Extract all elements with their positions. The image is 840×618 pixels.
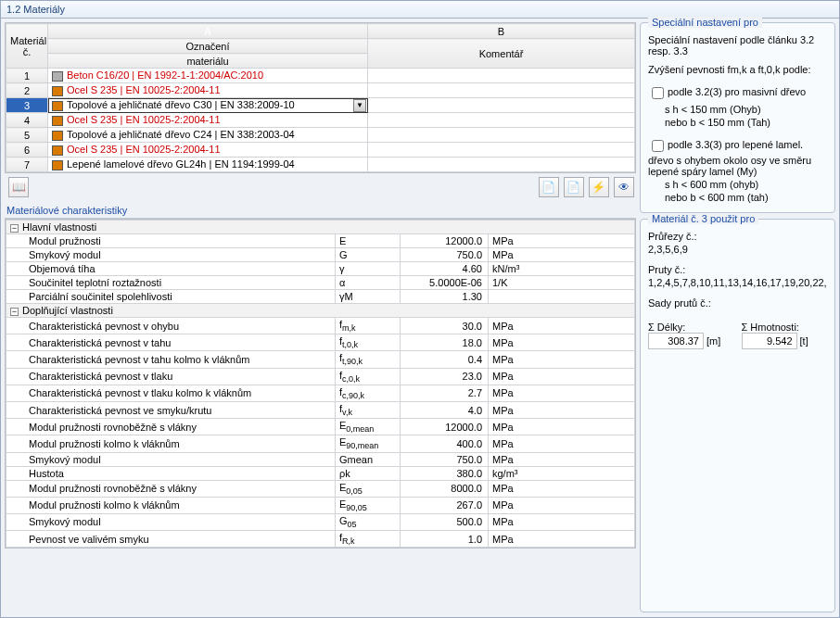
property-value[interactable]: 4.60 xyxy=(401,262,489,276)
content: Materiál č. A B Označení Komentář materi… xyxy=(1,19,839,616)
property-name: Charakteristická pevnost v tlaku xyxy=(6,368,336,385)
material-comment-cell[interactable] xyxy=(368,83,635,98)
row-number[interactable]: 6 xyxy=(6,143,48,158)
sum-weight-label: Σ Hmotnosti: xyxy=(742,322,828,333)
column-letter-a[interactable]: A xyxy=(48,24,368,39)
special-option1[interactable]: podle 3.2(3) pro masivní dřevo xyxy=(648,84,827,102)
collapse-toggle-icon[interactable]: − xyxy=(10,224,19,233)
property-value[interactable]: 4.0 xyxy=(401,401,489,418)
property-value[interactable]: 12000.0 xyxy=(401,234,489,248)
row-number[interactable]: 1 xyxy=(6,69,48,83)
property-row[interactable]: Modul pružnosti kolmo k vláknůmE90,05267… xyxy=(6,497,635,513)
property-value[interactable]: 5.0000E-06 xyxy=(401,276,489,290)
row-number[interactable]: 7 xyxy=(6,158,48,172)
material-name-cell[interactable]: Ocel S 235 | EN 10025-2:2004-11 xyxy=(48,83,368,98)
view-button[interactable]: 👁 xyxy=(614,177,634,197)
property-row[interactable]: Modul pružnosti rovnoběžně s vláknyE0,05… xyxy=(6,480,635,497)
material-comment-cell[interactable] xyxy=(368,128,635,143)
material-row[interactable]: 4Ocel S 235 | EN 10025-2:2004-11 xyxy=(6,113,635,128)
property-value[interactable]: 750.0 xyxy=(401,248,489,262)
property-value[interactable]: 267.0 xyxy=(401,497,489,513)
material-row[interactable]: 3Topolové a jehličnaté dřevo C30 | EN 33… xyxy=(6,98,635,113)
property-symbol: G xyxy=(336,248,401,262)
property-row[interactable]: Modul pružnostiE12000.0MPa xyxy=(6,234,635,248)
usage-members-label: Pruty č.: xyxy=(648,264,827,275)
characteristics-table[interactable]: −Hlavní vlastnostiModul pružnostiE12000.… xyxy=(5,219,636,549)
property-value[interactable]: 0.4 xyxy=(401,351,489,368)
property-row[interactable]: Hustotaρk380.0kg/m³ xyxy=(6,466,635,480)
material-dropdown-button[interactable]: ▼ xyxy=(353,99,366,112)
property-row[interactable]: Smykový modulGmean750.0MPa xyxy=(6,452,635,466)
material-row[interactable]: 5Topolové a jehličnaté dřevo C24 | EN 33… xyxy=(6,128,635,143)
select-button[interactable]: ⚡ xyxy=(589,177,609,197)
property-row[interactable]: Objemová tíhaγ4.60kN/m³ xyxy=(6,262,635,276)
property-symbol: α xyxy=(336,276,401,290)
property-symbol: ft,0,k xyxy=(336,334,401,351)
column-letter-b[interactable]: B xyxy=(368,24,635,39)
property-value[interactable]: 12000.0 xyxy=(401,419,489,435)
property-row[interactable]: Modul pružnosti kolmo k vláknůmE90,mean4… xyxy=(6,435,635,452)
material-comment-cell[interactable] xyxy=(368,158,635,172)
property-group[interactable]: −Doplňující vlastnosti xyxy=(6,304,635,318)
property-row[interactable]: Charakteristická pevnost ve smyku/krutuf… xyxy=(6,401,635,418)
property-row[interactable]: Smykový modulG750.0MPa xyxy=(6,248,635,262)
property-group[interactable]: −Hlavní vlastnosti xyxy=(6,221,635,234)
property-symbol: E90,mean xyxy=(336,435,401,452)
property-value[interactable]: 1.30 xyxy=(401,290,489,304)
property-value[interactable]: 400.0 xyxy=(401,435,489,452)
checkbox-solid-wood[interactable] xyxy=(652,87,664,99)
property-row[interactable]: Charakteristická pevnost v tahuft,0,k18.… xyxy=(6,334,635,351)
property-unit: MPa xyxy=(489,480,635,497)
row-number[interactable]: 2 xyxy=(6,83,48,98)
special-option2a: s h < 600 mm (ohyb) xyxy=(665,179,827,190)
material-name-cell[interactable]: Lepené lamelové dřevo GL24h | EN 1194:19… xyxy=(48,158,368,172)
material-name-cell[interactable]: Ocel S 235 | EN 10025-2:2004-11 xyxy=(48,113,368,128)
property-row[interactable]: Součinitel teplotní roztažnostiα5.0000E-… xyxy=(6,276,635,290)
material-name-cell[interactable]: Topolové a jehličnaté dřevo C30 | EN 338… xyxy=(48,98,368,113)
property-value[interactable]: 23.0 xyxy=(401,368,489,385)
special-option1b: nebo b < 150 mm (Tah) xyxy=(665,117,827,128)
property-symbol: Gmean xyxy=(336,452,401,466)
property-value[interactable]: 30.0 xyxy=(401,318,489,334)
property-value[interactable]: 500.0 xyxy=(401,513,489,530)
property-value[interactable]: 18.0 xyxy=(401,334,489,351)
property-row[interactable]: Parciální součinitel spolehlivostiγM1.30 xyxy=(6,290,635,304)
material-comment-cell[interactable] xyxy=(368,143,635,158)
material-row[interactable]: 6Ocel S 235 | EN 10025-2:2004-11 xyxy=(6,143,635,158)
export-green-button[interactable]: 📄 xyxy=(539,177,559,197)
row-number[interactable]: 3 xyxy=(6,98,48,113)
property-row[interactable]: Charakteristická pevnost v tlaku kolmo k… xyxy=(6,385,635,401)
library-button[interactable]: 📖 xyxy=(8,177,29,197)
material-row[interactable]: 2Ocel S 235 | EN 10025-2:2004-11 xyxy=(6,83,635,98)
material-name-cell[interactable]: Topolové a jehličnaté dřevo C24 | EN 338… xyxy=(48,128,368,143)
special-line1: Speciální nastavení podle článku 3.2 res… xyxy=(648,34,827,57)
material-label: Topolové a jehličnaté dřevo C24 | EN 338… xyxy=(67,129,295,140)
material-row[interactable]: 7Lepené lamelové dřevo GL24h | EN 1194:1… xyxy=(6,158,635,172)
property-value[interactable]: 2.7 xyxy=(401,385,489,401)
property-unit: MPa xyxy=(489,401,635,418)
material-name-cell[interactable]: Ocel S 235 | EN 10025-2:2004-11 xyxy=(48,143,368,158)
export-red-button[interactable]: 📄 xyxy=(564,177,584,197)
property-row[interactable]: Modul pružnosti rovnoběžně s vláknyE0,me… xyxy=(6,419,635,435)
collapse-toggle-icon[interactable]: − xyxy=(10,308,19,316)
property-row[interactable]: Charakteristická pevnost v tlakufc,0,k23… xyxy=(6,368,635,385)
property-row[interactable]: Charakteristická pevnost v tahu kolmo k … xyxy=(6,351,635,368)
checkbox-glulam[interactable] xyxy=(652,140,664,152)
row-number[interactable]: 5 xyxy=(6,128,48,143)
special-option2[interactable]: podle 3.3(3) pro lepené lamel. dřevo s o… xyxy=(648,137,827,177)
property-row[interactable]: Pevnost ve valivém smykufR,k1.0MPa xyxy=(6,531,635,548)
property-value[interactable]: 380.0 xyxy=(401,466,489,480)
material-name-cell[interactable]: Beton C16/20 | EN 1992-1-1:2004/AC:2010 xyxy=(48,69,368,83)
row-number[interactable]: 4 xyxy=(6,113,48,128)
property-value[interactable]: 8000.0 xyxy=(401,480,489,497)
property-row[interactable]: Charakteristická pevnost v ohybufm,k30.0… xyxy=(6,318,635,334)
materials-table[interactable]: Materiál č. A B Označení Komentář materi… xyxy=(5,22,636,173)
property-value[interactable]: 750.0 xyxy=(401,452,489,466)
material-row[interactable]: 1Beton C16/20 | EN 1992-1-1:2004/AC:2010 xyxy=(6,69,635,83)
property-row[interactable]: Smykový modulG05500.0MPa xyxy=(6,513,635,530)
property-value[interactable]: 1.0 xyxy=(401,531,489,548)
material-comment-cell[interactable] xyxy=(368,113,635,128)
property-unit: MPa xyxy=(489,248,635,262)
material-comment-cell[interactable] xyxy=(368,69,635,83)
material-comment-cell[interactable] xyxy=(368,98,635,113)
